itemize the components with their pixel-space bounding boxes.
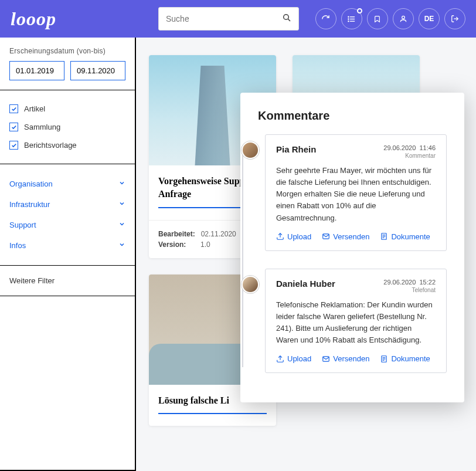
category-label: Infrastruktur [9,200,50,209]
checkbox-label: Sammlung [24,123,60,131]
comment-body: Sehr geehrte Frau Mayer, wir möchten uns… [276,165,436,224]
list-icon[interactable] [341,8,362,29]
upload-button[interactable]: Upload [276,232,311,241]
comment-author: Pia Rhein [276,144,316,154]
avatar [242,276,259,293]
date-from-input[interactable]: 01.01.2019 [9,61,64,80]
notification-dot-icon [357,8,362,13]
checkbox-label: Berichtsvorlage [24,141,77,150]
logo: looop [11,8,56,30]
card-meta-value: 1.0 [200,240,210,249]
comment-author: Daniela Huber [276,279,335,289]
action-label: Dokumente [391,354,430,363]
action-label: Upload [287,354,311,363]
category-support[interactable]: Support [9,215,125,235]
checkbox-icon [9,123,18,131]
card-meta-value: 02.11.2020 [201,230,236,238]
action-label: Upload [287,232,311,241]
checkbox-icon [9,104,18,113]
category-infos[interactable]: Infos [9,235,125,256]
comment-type: Kommentar [383,153,436,159]
category-infrastruktur[interactable]: Infrastruktur [9,194,125,215]
chevron-down-icon [118,200,125,209]
search-icon[interactable] [282,13,291,25]
comment-item: Daniela Huber 29.06.2020 15:22 Telefonat… [242,269,447,374]
comment-body: Telefonische Reklamation: Der Kundin wur… [276,299,436,347]
checkbox-label: Artikel [24,104,45,113]
search-input[interactable] [166,14,282,23]
documents-button[interactable]: Dokumente [380,232,430,241]
more-filters[interactable]: Weitere Filter [0,266,135,296]
svg-point-5 [348,16,349,17]
checkbox-sammlung[interactable]: Sammlung [9,118,125,136]
svg-point-8 [402,16,405,19]
comments-modal: Kommentare Pia Rhein 29.06.2020 11:46 Ko… [240,93,464,402]
checkbox-icon [9,141,18,150]
modal-title: Kommentare [258,109,447,123]
documents-button[interactable]: Dokumente [380,354,430,363]
comment-timestamp: 29.06.2020 11:46 Kommentar [383,144,436,159]
checkbox-berichtsvorlage[interactable]: Berichtsvorlage [9,136,125,154]
bookmark-icon[interactable] [367,8,388,29]
action-label: Versenden [333,232,369,241]
card-meta-label: Version: [158,240,195,249]
action-label: Dokumente [391,232,430,241]
avatar [242,141,259,159]
search-field[interactable] [158,7,299,31]
category-filter-section: Organisation Infrastruktur Support Infos [0,164,135,266]
date-to-input[interactable]: 09.11.2020 [70,61,125,80]
category-label: Support [9,221,36,229]
svg-line-1 [288,19,290,21]
content-card-peek[interactable] [293,55,420,96]
svg-point-7 [348,21,349,21]
category-organisation[interactable]: Organisation [9,174,125,194]
comment-timestamp: 29.06.2020 15:22 Telefonat [383,279,436,293]
upload-button[interactable]: Upload [276,354,311,363]
send-button[interactable]: Versenden [322,354,369,363]
type-filter-section: Artikel Sammlung Berichtsvorlage [0,90,135,164]
category-label: Organisation [9,179,53,188]
checkbox-artikel[interactable]: Artikel [9,100,125,118]
date-filter-label: Erscheinungsdatum (von-bis) [9,47,125,55]
language-button[interactable]: DE [419,8,440,29]
send-button[interactable]: Versenden [322,232,369,241]
chevron-down-icon [118,241,125,250]
category-label: Infos [9,241,26,250]
filter-sidebar: Erscheinungsdatum (von-bis) 01.01.2019 0… [0,38,136,471]
user-icon[interactable] [393,8,414,29]
date-filter-section: Erscheinungsdatum (von-bis) 01.01.2019 0… [0,38,135,90]
logout-icon[interactable] [444,8,465,29]
app-header: looop DE [0,0,476,38]
card-meta-label: Bearbeitet: [158,230,195,238]
svg-point-6 [348,18,349,19]
svg-point-0 [284,15,289,20]
comment-type: Telefonat [383,287,436,293]
header-actions: DE [315,8,465,29]
chevron-down-icon [118,179,125,188]
chevron-down-icon [118,221,125,229]
refresh-icon[interactable] [315,8,336,29]
action-label: Versenden [333,354,369,363]
comment-item: Pia Rhein 29.06.2020 11:46 Kommentar Seh… [242,134,447,251]
